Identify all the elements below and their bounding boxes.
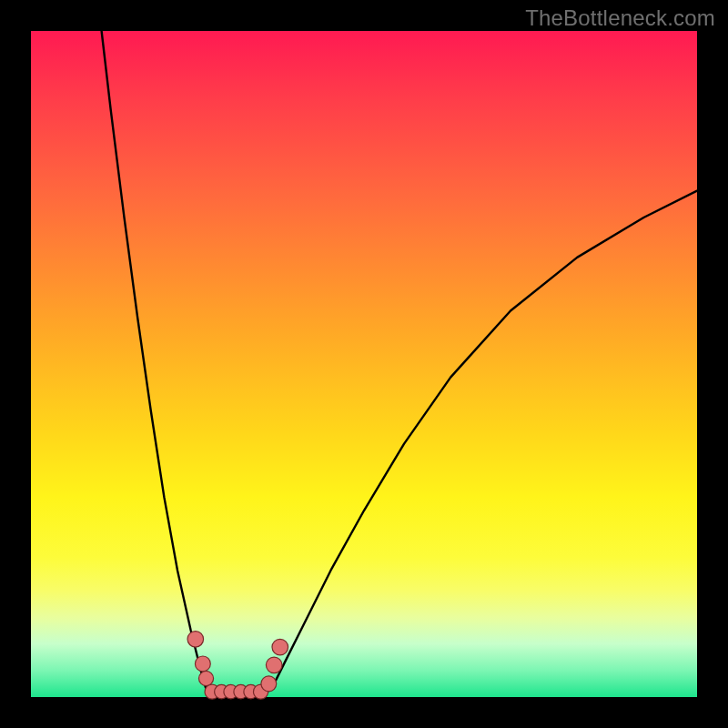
- data-marker: [266, 657, 282, 673]
- marker-layer: [187, 632, 288, 700]
- plot-area: [31, 31, 697, 697]
- chart-frame: TheBottleneck.com: [0, 0, 728, 728]
- curves-svg: [31, 31, 697, 697]
- watermark-text: TheBottleneck.com: [525, 5, 715, 31]
- data-marker: [272, 639, 288, 655]
- bottleneck-curve: [102, 31, 697, 692]
- data-marker: [187, 632, 204, 648]
- data-marker: [195, 656, 210, 672]
- data-marker: [261, 676, 277, 692]
- curve-layer: [102, 31, 697, 692]
- data-marker: [198, 671, 213, 685]
